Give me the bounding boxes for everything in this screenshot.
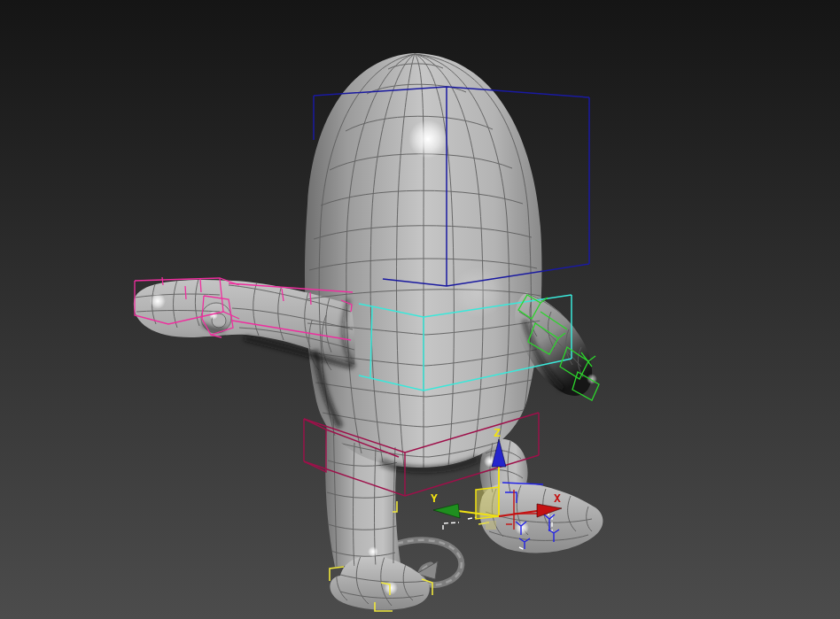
gizmo-x-label: X (554, 491, 561, 505)
gizmo-plane-reflection (486, 521, 496, 530)
gizmo-z-label: Z (494, 426, 501, 439)
gizmo-y-label: Y (431, 491, 438, 505)
viewport-3d[interactable]: Z Y X (0, 0, 840, 619)
